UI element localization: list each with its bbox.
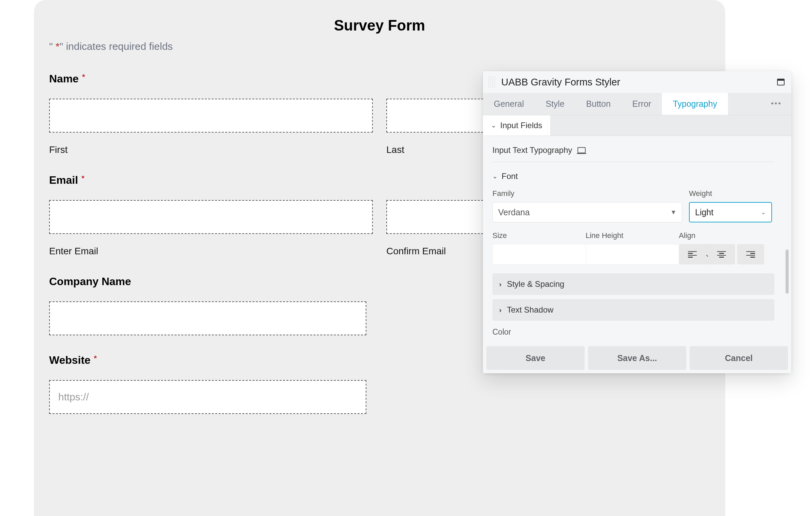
chevron-right-icon: › [499, 280, 502, 288]
font-family-select[interactable]: Verdana ▼ [492, 202, 682, 222]
align-center-button[interactable] [708, 244, 735, 264]
family-label: Family [492, 189, 682, 198]
font-size-input[interactable] [492, 244, 600, 264]
panel-footer: Save Save As... Cancel [483, 346, 791, 373]
panel-tabs: General Style Button Error Typography ••… [483, 93, 791, 115]
scrollbar-thumb[interactable] [786, 250, 789, 294]
required-asterisk: * [81, 174, 84, 182]
line-height-label: Line Height [586, 231, 672, 240]
panel-body: Input Text Typography ⌄ Font Family Verd… [483, 136, 791, 346]
chevron-down-icon: ⌄ [491, 122, 496, 129]
panel-title: UABB Gravity Forms Styler [501, 77, 777, 88]
line-height-input[interactable] [586, 244, 693, 264]
align-left-icon [688, 251, 697, 258]
website-input[interactable] [49, 380, 366, 414]
text-shadow-section[interactable]: › Text Shadow [492, 299, 774, 321]
tab-style[interactable]: Style [535, 93, 575, 115]
subsection-title: Input Text Typography [492, 145, 572, 155]
weight-label: Weight [689, 189, 772, 198]
chevron-down-icon: ⌄ [761, 209, 766, 216]
required-asterisk: * [82, 73, 85, 81]
chevron-down-icon: ⌄ [492, 173, 498, 180]
save-as-button[interactable]: Save As... [588, 346, 686, 370]
align-center-icon [717, 251, 726, 258]
save-button[interactable]: Save [486, 346, 585, 370]
divider [492, 162, 774, 162]
font-weight-select[interactable]: Light ⌄ [689, 202, 772, 222]
color-label: Color [492, 328, 774, 337]
enter-email-input[interactable] [49, 200, 373, 234]
enter-email-sublabel: Enter Email [49, 246, 373, 257]
first-name-input[interactable] [49, 99, 373, 133]
drag-handle-icon[interactable] [488, 76, 495, 88]
required-asterisk: * [94, 354, 97, 362]
style-spacing-section[interactable]: › Style & Spacing [492, 273, 774, 295]
section-input-fields[interactable]: ⌄ Input Fields [483, 115, 551, 136]
company-name-input[interactable] [49, 301, 366, 335]
caret-down-icon: ▼ [670, 209, 676, 216]
styler-panel: UABB Gravity Forms Styler General Style … [483, 71, 791, 373]
asterisk-icon: * [56, 41, 60, 52]
required-fields-note: " *" indicates required fields [49, 41, 710, 52]
tab-error[interactable]: Error [622, 93, 662, 115]
tab-more-icon[interactable]: ••• [762, 93, 791, 115]
first-name-sublabel: First [49, 144, 373, 155]
font-section-toggle[interactable]: ⌄ Font [492, 168, 774, 184]
panel-header[interactable]: UABB Gravity Forms Styler [483, 71, 791, 93]
chevron-right-icon: › [499, 306, 502, 314]
tab-general[interactable]: General [483, 93, 535, 115]
window-mode-icon[interactable] [777, 79, 785, 85]
align-right-button[interactable] [737, 244, 764, 264]
align-label: Align [679, 231, 764, 240]
size-label: Size [492, 231, 579, 240]
tab-typography[interactable]: Typography [662, 93, 728, 115]
responsive-device-icon[interactable] [577, 147, 586, 153]
align-left-button[interactable] [679, 244, 706, 264]
align-right-icon [746, 251, 755, 258]
cancel-button[interactable]: Cancel [690, 346, 788, 370]
form-title: Survey Form [49, 17, 710, 34]
tab-button[interactable]: Button [575, 93, 622, 115]
